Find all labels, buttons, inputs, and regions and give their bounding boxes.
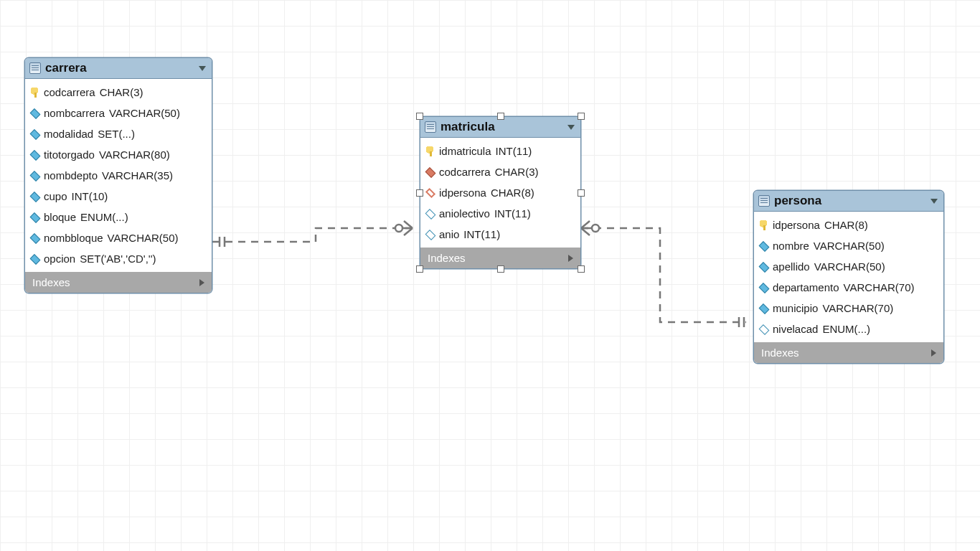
table-icon [758, 195, 770, 207]
column-type: ENUM(...) [80, 211, 128, 223]
column-type: VARCHAR(50) [814, 240, 885, 252]
indexes-section[interactable]: Indexes [754, 342, 943, 363]
column-notnull-icon [759, 262, 770, 273]
column-type: INT(10) [72, 190, 108, 202]
table-header[interactable]: carrera [25, 58, 212, 79]
table-title: carrera [45, 61, 87, 75]
column-row[interactable]: nivelacad ENUM(...) [754, 319, 943, 339]
column-list: idpersona CHAR(8)nombre VARCHAR(50)apell… [754, 212, 943, 342]
table-matricula[interactable]: matriculaidmatricula INT(11)codcarrera C… [420, 116, 581, 269]
column-notnull-icon [759, 241, 770, 252]
selection-handle[interactable] [497, 265, 504, 273]
column-name: opcion [44, 253, 75, 265]
column-type: CHAR(8) [491, 187, 534, 199]
column-name: anio [439, 228, 459, 240]
chevron-down-icon[interactable] [930, 199, 938, 204]
column-row[interactable]: departamento VARCHAR(70) [754, 277, 943, 298]
column-notnull-icon [759, 283, 770, 293]
column-name: nombre [773, 240, 809, 252]
column-row[interactable]: municipio VARCHAR(70) [754, 298, 943, 319]
column-row[interactable]: idpersona CHAR(8) [754, 215, 943, 235]
column-row[interactable]: nombbloque VARCHAR(50) [25, 227, 212, 248]
column-type: VARCHAR(80) [99, 149, 170, 161]
column-name: codcarrera [44, 86, 95, 98]
column-name: nombcarrera [44, 107, 105, 119]
selection-handle[interactable] [416, 189, 423, 197]
column-type: INT(11) [463, 228, 500, 240]
column-type: INT(11) [496, 145, 532, 157]
table-title: matricula [440, 120, 495, 134]
column-row[interactable]: nombdepto VARCHAR(35) [25, 165, 212, 186]
column-name: departamento [773, 281, 839, 293]
primary-key-icon [426, 146, 435, 156]
column-name: idpersona [439, 187, 486, 199]
column-row[interactable]: idpersona CHAR(8) [420, 182, 580, 203]
table-carrera[interactable]: carreracodcarrera CHAR(3)nombcarrera VAR… [24, 57, 212, 293]
table-header[interactable]: matricula [420, 117, 580, 138]
column-row[interactable]: aniolectivo INT(11) [420, 203, 580, 224]
primary-key-icon [31, 88, 39, 98]
foreign-key-icon [425, 167, 436, 178]
selection-handle[interactable] [578, 113, 585, 120]
chevron-right-icon [568, 255, 573, 262]
column-name: cupo [44, 190, 67, 202]
column-notnull-icon [30, 150, 41, 161]
column-notnull-icon [30, 254, 41, 265]
table-icon [29, 62, 41, 74]
column-type: VARCHAR(50) [108, 232, 179, 244]
selection-handle[interactable] [578, 189, 585, 197]
column-row[interactable]: apellido VARCHAR(50) [754, 256, 943, 277]
column-row[interactable]: nombre VARCHAR(50) [754, 235, 943, 256]
column-notnull-icon [759, 303, 770, 314]
column-notnull-icon [30, 212, 41, 223]
selection-handle[interactable] [578, 265, 585, 273]
column-row[interactable]: idmatricula INT(11) [420, 141, 580, 161]
column-type: SET(...) [98, 128, 135, 140]
column-row[interactable]: modalidad SET(...) [25, 123, 212, 144]
column-type: VARCHAR(50) [109, 107, 180, 119]
column-name: codcarrera [439, 166, 491, 178]
column-type: CHAR(8) [824, 219, 868, 231]
column-notnull-icon [30, 192, 41, 202]
column-type: VARCHAR(35) [102, 169, 173, 182]
column-name: nivelacad [773, 323, 818, 335]
table-title: persona [774, 194, 821, 208]
chevron-down-icon[interactable] [199, 66, 206, 71]
column-row[interactable]: nombcarrera VARCHAR(50) [25, 103, 212, 123]
column-row[interactable]: titotorgado VARCHAR(80) [25, 144, 212, 165]
indexes-label: Indexes [428, 252, 466, 264]
diagram-canvas[interactable]: carreracodcarrera CHAR(3)nombcarrera VAR… [0, 0, 980, 551]
foreign-key-nullable-icon [425, 188, 435, 198]
selection-handle[interactable] [497, 113, 504, 120]
column-type: VARCHAR(70) [822, 302, 893, 314]
table-header[interactable]: persona [754, 191, 943, 212]
column-row[interactable]: codcarrera CHAR(3) [25, 82, 212, 103]
chevron-right-icon [199, 279, 204, 286]
column-row[interactable]: anio INT(11) [420, 224, 580, 245]
chevron-down-icon[interactable] [567, 125, 575, 130]
column-nullable-icon [425, 230, 436, 240]
selection-handle[interactable] [416, 265, 423, 273]
column-name: nombdepto [44, 169, 98, 182]
column-name: idmatricula [439, 145, 491, 157]
indexes-label: Indexes [32, 276, 70, 288]
column-name: apellido [773, 260, 810, 273]
column-notnull-icon [30, 108, 41, 119]
primary-key-icon [760, 220, 768, 230]
column-notnull-icon [30, 171, 41, 182]
column-row[interactable]: bloque ENUM(...) [25, 207, 212, 227]
column-nullable-icon [759, 324, 770, 335]
column-notnull-icon [30, 233, 41, 244]
column-type: CHAR(3) [495, 166, 539, 178]
column-name: nombbloque [44, 232, 103, 244]
column-row[interactable]: cupo INT(10) [25, 186, 212, 207]
indexes-section[interactable]: Indexes [25, 272, 212, 293]
column-name: municipio [773, 302, 818, 314]
column-row[interactable]: opcion SET('AB','CD','') [25, 248, 212, 269]
column-type: SET('AB','CD','') [80, 253, 156, 265]
column-type: ENUM(...) [822, 323, 870, 335]
column-name: modalidad [44, 128, 93, 140]
table-persona[interactable]: personaidpersona CHAR(8)nombre VARCHAR(5… [753, 190, 944, 364]
column-row[interactable]: codcarrera CHAR(3) [420, 161, 580, 182]
selection-handle[interactable] [416, 113, 423, 120]
